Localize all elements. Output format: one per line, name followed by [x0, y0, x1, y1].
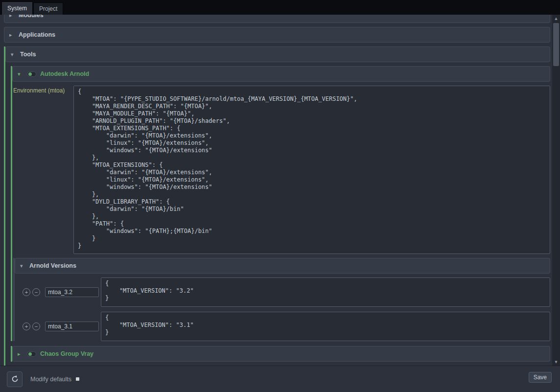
- caret-down-icon: ▾: [20, 263, 27, 269]
- tools-content: ▾ Autodesk Arnold Environment (mtoa) { "…: [5, 66, 550, 366]
- remove-version-button[interactable]: −: [32, 323, 40, 330]
- section-header-modules[interactable]: ▸ Modules: [4, 15, 550, 23]
- arnold-content: Environment (mtoa) { "MTOA": "{PYPE_STUD…: [12, 86, 550, 341]
- group-header-arnold-versions[interactable]: ▾ Arnold Versions: [15, 258, 550, 274]
- scroll-up-button[interactable]: ▲: [552, 15, 560, 22]
- minus-icon: −: [35, 289, 38, 295]
- tab-system[interactable]: System: [1, 1, 33, 15]
- footer-bar: Modify defaults Save: [0, 366, 560, 392]
- version-name-input[interactable]: [45, 322, 99, 331]
- scroll-down-button[interactable]: ▼: [552, 358, 560, 366]
- save-button[interactable]: Save: [529, 372, 552, 383]
- versions-content: + − { "MTOA_VERSION": "3.2" } + −: [15, 277, 550, 341]
- version-json-editor[interactable]: { "MTOA_VERSION": "3.2" }: [101, 277, 550, 307]
- vray-enabled-toggle[interactable]: [27, 351, 36, 357]
- caret-down-icon: ▾: [18, 71, 24, 77]
- scrollbar-thumb[interactable]: [553, 23, 559, 66]
- arnold-enabled-toggle[interactable]: [27, 71, 36, 77]
- tab-system-label: System: [7, 5, 27, 12]
- group-label-chaos-vray: Chaos Group Vray: [40, 350, 93, 357]
- group-header-chaos-vray[interactable]: ▸ Chaos Group Vray: [12, 346, 550, 362]
- group-arnold-versions: ▾ Arnold Versions + − { "MTOA_VERSION": …: [13, 258, 550, 341]
- version-name-input[interactable]: [45, 287, 99, 297]
- environment-json-editor[interactable]: { "MTOA": "{PYPE_STUDIO_SOFTWARE}/arnold…: [73, 86, 550, 254]
- add-version-button[interactable]: +: [23, 288, 30, 296]
- tab-project[interactable]: Project: [33, 2, 63, 15]
- group-chaos-vray: ▸ Chaos Group Vray: [11, 346, 550, 362]
- version-row: + − { "MTOA_VERSION": "3.2" }: [23, 277, 550, 307]
- remove-version-button[interactable]: −: [32, 288, 40, 296]
- group-autodesk-arnold: ▾ Autodesk Arnold Environment (mtoa) { "…: [11, 66, 550, 341]
- section-tools: ▾ Tools ▾ Autodesk Arnold Environment (m…: [4, 46, 550, 366]
- plus-icon: +: [25, 323, 28, 329]
- section-label-modules: Modules: [19, 15, 44, 19]
- caret-right-icon: ▸: [9, 32, 16, 38]
- section-label-tools: Tools: [20, 51, 36, 58]
- section-header-tools[interactable]: ▾ Tools: [5, 46, 550, 62]
- caret-right-icon: ▸: [9, 15, 16, 19]
- section-header-applications[interactable]: ▸ Applications: [4, 27, 550, 43]
- plus-icon: +: [25, 289, 28, 295]
- environment-row: Environment (mtoa) { "MTOA": "{PYPE_STUD…: [13, 86, 550, 254]
- group-header-autodesk-arnold[interactable]: ▾ Autodesk Arnold: [12, 66, 550, 82]
- tab-bar: System Project: [0, 0, 560, 15]
- version-json-editor[interactable]: { "MTOA_VERSION": "3.1" }: [101, 312, 550, 341]
- settings-content: ▸ Modules ▸ Applications ▾ Tools ▾: [0, 15, 552, 366]
- add-version-button[interactable]: +: [23, 323, 30, 330]
- caret-down-icon: ▾: [11, 51, 18, 58]
- settings-window: System Project ▸ Modules ▸ Applications …: [0, 0, 560, 392]
- vertical-scrollbar[interactable]: ▲ ▼: [552, 15, 560, 366]
- refresh-icon: [11, 375, 19, 383]
- caret-right-icon: ▸: [18, 351, 24, 357]
- modify-defaults-checkbox[interactable]: [76, 377, 79, 381]
- section-label-applications: Applications: [19, 31, 55, 38]
- version-row: + − { "MTOA_VERSION": "3.1" }: [23, 312, 550, 341]
- tab-project-label: Project: [39, 5, 57, 12]
- group-label-arnold-versions: Arnold Versions: [29, 262, 76, 269]
- refresh-button[interactable]: [7, 371, 23, 387]
- group-label-autodesk-arnold: Autodesk Arnold: [40, 70, 89, 77]
- modify-defaults-label: Modify defaults: [30, 376, 71, 383]
- environment-label: Environment (mtoa): [13, 86, 73, 94]
- settings-scroll-area: ▸ Modules ▸ Applications ▾ Tools ▾: [0, 15, 552, 366]
- minus-icon: −: [35, 323, 38, 329]
